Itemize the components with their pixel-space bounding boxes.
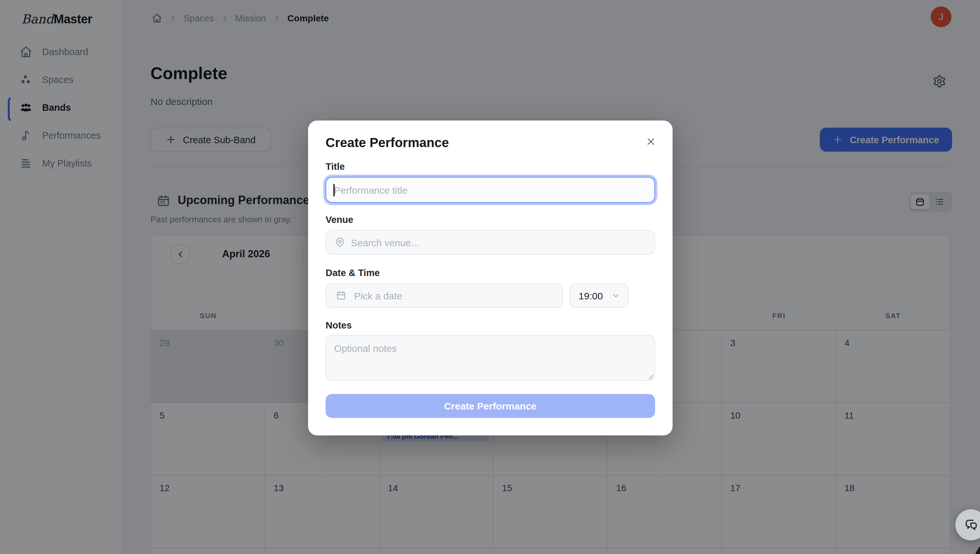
chevron-down-icon [611, 291, 620, 300]
title-input[interactable] [326, 178, 654, 202]
title-field-label: Title [326, 161, 345, 172]
venue-field-label: Venue [326, 215, 353, 225]
map-pin-icon [335, 237, 345, 248]
create-performance-modal: Create Performance Title Venue Date & Ti… [308, 121, 673, 435]
notes-field-label: Notes [326, 320, 352, 330]
modal-title: Create Performance [326, 135, 449, 150]
date-picker-input[interactable] [346, 284, 562, 307]
text-caret [334, 184, 334, 196]
close-icon [643, 136, 658, 146]
time-select[interactable]: 19:00 [570, 283, 629, 308]
chat-bubbles-icon [964, 517, 978, 532]
date-input-wrap [326, 283, 563, 308]
datetime-field-label: Date & Time [326, 267, 380, 278]
venue-input-wrap [326, 230, 655, 255]
calendar-icon [336, 290, 346, 301]
title-input-wrap [326, 177, 655, 203]
close-button[interactable] [643, 134, 658, 148]
app-root: BandMaster Dashboard Spaces Bands Perfor… [0, 0, 980, 554]
modal-create-performance-button[interactable]: Create Performance [326, 394, 655, 418]
notes-textarea[interactable] [326, 335, 655, 381]
time-value: 19:00 [579, 290, 603, 301]
venue-search-input[interactable] [345, 231, 654, 254]
